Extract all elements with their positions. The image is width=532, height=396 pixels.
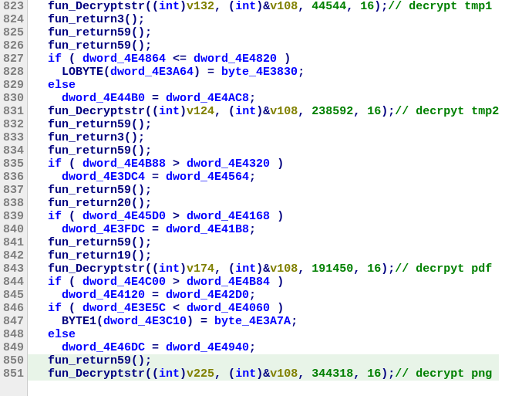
token-punct: ) bbox=[180, 367, 187, 381]
code-area[interactable]: fun_Decryptstr((int)v132, (int)&v108, 44… bbox=[28, 0, 499, 396]
code-line[interactable]: dword_4E3DC4 = dword_4E4564; bbox=[34, 171, 499, 184]
code-line[interactable]: fun_return59(); bbox=[28, 354, 499, 367]
code-line[interactable]: if ( dword_4E4864 <= dword_4E4820 ) bbox=[34, 52, 499, 66]
token-ident: dword_4E3C10 bbox=[103, 315, 187, 328]
line-number: 828 bbox=[3, 66, 24, 79]
code-line[interactable]: fun_return3(); bbox=[34, 13, 499, 26]
code-line[interactable]: dword_4E46DC = dword_4E4940; bbox=[34, 341, 499, 354]
token-punct: , bbox=[298, 367, 311, 381]
line-number: 840 bbox=[3, 223, 24, 236]
code-line[interactable]: fun_return59(); bbox=[34, 144, 499, 157]
line-number: 839 bbox=[3, 210, 24, 223]
code-line[interactable]: fun_return59(); bbox=[34, 26, 499, 39]
token-cast: int bbox=[159, 0, 180, 13]
code-line[interactable]: fun_return59(); bbox=[34, 39, 499, 52]
token-punct: , bbox=[353, 367, 367, 381]
code-line[interactable]: fun_Decryptstr((int)v124, (int)&v108, 23… bbox=[34, 105, 499, 118]
token-punct: (); bbox=[131, 26, 152, 39]
token-number: 16 bbox=[367, 262, 381, 276]
token-call: fun_return59 bbox=[34, 354, 131, 367]
token-ident: dword_4E4C00 bbox=[82, 276, 166, 289]
code-line[interactable]: dword_4E44B0 = dword_4E4AC8; bbox=[34, 92, 499, 105]
code-line[interactable]: fun_return3(); bbox=[34, 131, 499, 144]
token-cast: int bbox=[159, 105, 180, 118]
token-punct: (); bbox=[131, 197, 152, 210]
code-line[interactable]: fun_Decryptstr((int)v132, (int)&v108, 44… bbox=[34, 0, 499, 13]
token-ident: dword_4E46DC bbox=[34, 341, 145, 354]
token-ident: byte_4E3830 bbox=[221, 66, 298, 79]
code-line[interactable]: LOBYTE(dword_4E3A64) = byte_4E3830; bbox=[34, 66, 499, 79]
token-punct: = bbox=[145, 171, 166, 184]
code-line[interactable]: if ( dword_4E4C00 > dword_4E4B84 ) bbox=[34, 276, 499, 289]
code-line[interactable]: if ( dword_4E45D0 > dword_4E4168 ) bbox=[34, 210, 499, 223]
token-call: fun_return59 bbox=[34, 26, 131, 39]
line-number: 832 bbox=[3, 118, 24, 131]
line-number: 850 bbox=[3, 354, 24, 367]
token-call: fun_return19 bbox=[34, 249, 131, 262]
token-call: fun_return59 bbox=[34, 184, 131, 197]
token-punct: , bbox=[346, 0, 360, 13]
token-punct: (( bbox=[145, 0, 159, 13]
line-number: 829 bbox=[3, 79, 24, 92]
token-ident: dword_4E4320 bbox=[187, 157, 270, 171]
token-punct: > bbox=[166, 276, 187, 289]
token-punct: , ( bbox=[214, 262, 235, 276]
token-punct: )& bbox=[256, 0, 270, 13]
token-cast: int bbox=[235, 105, 256, 118]
token-call: fun_return59 bbox=[34, 118, 131, 131]
line-number: 849 bbox=[3, 341, 24, 354]
token-keyword: if bbox=[34, 52, 62, 66]
token-punct: <= bbox=[166, 52, 194, 66]
token-keyword: if bbox=[34, 157, 62, 171]
token-ident: dword_4E44B0 bbox=[34, 92, 145, 105]
token-comment: // decrypt tmp1 bbox=[388, 0, 492, 13]
line-number: 824 bbox=[3, 13, 24, 26]
token-var: v108 bbox=[270, 262, 298, 276]
token-number: 16 bbox=[367, 367, 381, 381]
code-line[interactable]: fun_return19(); bbox=[34, 249, 499, 262]
line-number: 831 bbox=[3, 105, 24, 118]
token-punct: ) = bbox=[194, 66, 221, 79]
token-punct: = bbox=[145, 92, 166, 105]
token-punct: ) bbox=[277, 52, 291, 66]
token-ident: dword_4E4940 bbox=[166, 341, 249, 354]
token-punct: (); bbox=[124, 13, 145, 26]
line-number: 848 bbox=[3, 328, 24, 341]
token-punct: ) bbox=[270, 157, 284, 171]
token-punct: ( bbox=[62, 157, 82, 171]
line-number: 851 bbox=[3, 367, 24, 381]
token-ident: dword_4E3A64 bbox=[110, 66, 194, 79]
code-line[interactable]: fun_return59(); bbox=[34, 236, 499, 249]
token-punct: )& bbox=[256, 105, 270, 118]
token-ident: dword_4E4060 bbox=[187, 302, 270, 315]
line-number: 842 bbox=[3, 249, 24, 262]
token-keyword: if bbox=[34, 276, 62, 289]
code-line[interactable]: fun_return20(); bbox=[34, 197, 499, 210]
code-line[interactable]: BYTE1(dword_4E3C10) = byte_4E3A7A; bbox=[34, 315, 499, 328]
code-line[interactable]: else bbox=[34, 79, 499, 92]
line-number: 825 bbox=[3, 26, 24, 39]
token-call: fun_return20 bbox=[34, 197, 131, 210]
token-number: 344318 bbox=[311, 367, 353, 381]
code-line[interactable]: else bbox=[34, 328, 499, 341]
code-line[interactable]: dword_4E4120 = dword_4E42D0; bbox=[34, 289, 499, 302]
token-ident: dword_4E4820 bbox=[194, 52, 277, 66]
code-line[interactable]: if ( dword_4E4B88 > dword_4E4320 ) bbox=[34, 157, 499, 171]
token-ident: dword_4E3DC4 bbox=[34, 171, 145, 184]
code-line[interactable]: fun_return59(); bbox=[34, 184, 499, 197]
token-punct: (( bbox=[145, 262, 159, 276]
code-line[interactable]: fun_return59(); bbox=[34, 118, 499, 131]
line-number: 841 bbox=[3, 236, 24, 249]
code-line[interactable]: dword_4E3FDC = dword_4E41B8; bbox=[34, 223, 499, 236]
token-punct: ) bbox=[180, 262, 187, 276]
token-punct: ); bbox=[381, 262, 395, 276]
token-ident: dword_4E4864 bbox=[82, 52, 166, 66]
token-punct: (); bbox=[131, 118, 152, 131]
token-punct: )& bbox=[256, 367, 270, 381]
token-punct: ; bbox=[249, 289, 256, 302]
code-line[interactable]: if ( dword_4E3E5C < dword_4E4060 ) bbox=[34, 302, 499, 315]
code-line[interactable]: fun_Decryptstr((int)v174, (int)&v108, 19… bbox=[34, 262, 499, 276]
token-punct: , ( bbox=[214, 105, 235, 118]
token-number: 16 bbox=[367, 105, 381, 118]
code-line[interactable]: fun_Decryptstr((int)v225, (int)&v108, 34… bbox=[28, 367, 499, 381]
